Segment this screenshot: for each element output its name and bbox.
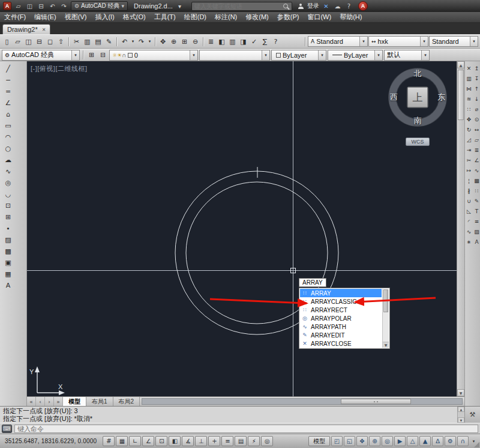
measure-tool-button[interactable]: ⌀ bbox=[473, 104, 480, 114]
edit-attribute-button[interactable]: ✎ bbox=[473, 196, 480, 206]
menu-edit[interactable]: 编辑(E) bbox=[30, 13, 61, 22]
document-tab[interactable]: Drawing2* ✕ bbox=[2, 24, 50, 34]
circle-tool-button[interactable]: ○ bbox=[2, 143, 14, 154]
layer-color-chip[interactable] bbox=[128, 53, 133, 58]
scroll-down-icon[interactable]: ▼ bbox=[383, 342, 389, 348]
layer-freeze-icon[interactable]: ☀ bbox=[117, 52, 122, 58]
zoom-previous-button[interactable]: ⊖ bbox=[190, 36, 200, 47]
table-tool-button[interactable]: ▦ bbox=[2, 268, 14, 280]
compass-north[interactable]: 北 bbox=[414, 68, 422, 79]
suggestion-scrollbar[interactable]: ▼ bbox=[382, 289, 389, 348]
point-tool-button[interactable]: ∙ bbox=[2, 223, 14, 234]
compass-east[interactable]: 东 bbox=[437, 92, 445, 103]
wcs-badge[interactable]: WCS bbox=[406, 138, 430, 146]
search-icon[interactable] bbox=[283, 4, 288, 8]
cut-button[interactable]: ✂ bbox=[71, 36, 82, 47]
layer-properties-button[interactable]: ⊞ bbox=[86, 50, 97, 61]
draw-order-button[interactable]: ≡ bbox=[473, 216, 480, 226]
polar-toggle[interactable]: ∠ bbox=[142, 436, 154, 446]
quick-save-button[interactable]: ◫ bbox=[25, 2, 34, 11]
sheet-set-button[interactable]: ◨ bbox=[238, 36, 248, 47]
menu-modify[interactable]: 修改(M) bbox=[241, 13, 273, 22]
redo-dropdown[interactable]: ▾ bbox=[147, 36, 152, 47]
close-tab-icon[interactable]: ✕ bbox=[42, 27, 46, 32]
quickcalc-button[interactable]: ∑ bbox=[260, 36, 270, 47]
canvas-vertical-scrollbar[interactable]: ▲ ▼ bbox=[457, 61, 464, 396]
chevron-down-icon[interactable]: ▾ bbox=[262, 50, 269, 60]
app-icon[interactable]: A bbox=[3, 2, 11, 10]
suggestion-item-arrayclose[interactable]: ✕ARRAYCLOSE bbox=[300, 339, 382, 348]
chevron-down-icon[interactable]: ▾ bbox=[421, 50, 429, 60]
quick-view-drawings-button[interactable]: ◱ bbox=[344, 436, 355, 446]
move-tool-button[interactable]: ✥ bbox=[465, 114, 473, 124]
polygon-tool-button[interactable]: ⌂ bbox=[2, 109, 14, 120]
steering-wheel-button[interactable]: ◎ bbox=[382, 436, 393, 446]
scroll-down-icon[interactable]: ▼ bbox=[458, 417, 464, 423]
layer-on-icon[interactable]: ☼ bbox=[112, 52, 117, 58]
workspace-combo[interactable]: ⚙ AutoCAD 经典 ▾ bbox=[2, 50, 80, 61]
open-button[interactable]: ▱ bbox=[13, 36, 23, 47]
redo-button[interactable]: ↷ bbox=[136, 36, 146, 47]
fillet-tool-button[interactable]: ◜ bbox=[465, 216, 473, 226]
suggestion-item-arraypolar[interactable]: ◎ARRAYPOLAR bbox=[300, 314, 382, 322]
model-space-button[interactable]: 模型 bbox=[308, 436, 330, 446]
exchange-icon[interactable]: ✕ bbox=[322, 2, 331, 11]
chevron-down-icon[interactable]: ▾ bbox=[190, 50, 197, 60]
area-tool-button[interactable]: ▱ bbox=[473, 135, 480, 145]
toolbar-lock-button[interactable]: ∩ bbox=[457, 436, 469, 446]
spline-tool-button[interactable]: ∿ bbox=[2, 166, 14, 177]
scroll-up-icon[interactable]: ▲ bbox=[458, 407, 464, 412]
scroll-down-icon[interactable]: ▼ bbox=[457, 389, 464, 396]
region-tool-button[interactable]: ▣ bbox=[2, 257, 14, 268]
publish-button[interactable]: ⇧ bbox=[56, 36, 66, 47]
command-history-scrollbar[interactable]: ▲ ▼ bbox=[457, 407, 464, 423]
drawing-canvas[interactable]: Y X [-][俯视][二维线框] 北 南 西 东 上 bbox=[27, 61, 457, 396]
lineweight-toggle[interactable]: ≡ bbox=[221, 436, 233, 446]
break-tool-button[interactable]: ∦ bbox=[465, 186, 473, 196]
new-button[interactable]: ▯ bbox=[2, 36, 12, 47]
command-history-lines[interactable]: 指定下一点或 [放弃(U)]: 3 指定下一点或 [放弃(U)]: *取消* bbox=[0, 407, 457, 423]
send-to-back-button[interactable]: ↧ bbox=[473, 73, 480, 83]
quick-view-layouts-button[interactable]: ◰ bbox=[331, 436, 343, 446]
dim-style-combo[interactable]: ↔ hxk ▾ bbox=[368, 36, 428, 47]
bring-above-button[interactable]: ↑ bbox=[473, 83, 480, 94]
osnap-toggle[interactable]: ⊡ bbox=[155, 436, 167, 446]
dyn-toggle[interactable]: + bbox=[208, 436, 220, 446]
sign-in-button[interactable]: 登录 bbox=[307, 2, 319, 10]
view-compass[interactable]: 北 南 西 东 上 bbox=[389, 68, 446, 126]
suggestion-scroll-thumb[interactable] bbox=[383, 289, 388, 312]
zoom-realtime-button[interactable]: ⊕ bbox=[169, 36, 179, 47]
extend-tool-button[interactable]: ↦ bbox=[465, 165, 473, 175]
rectangle-tool-button[interactable]: ▭ bbox=[2, 120, 14, 132]
showmotion-button[interactable]: ▶ bbox=[394, 436, 406, 446]
quick-open-button[interactable]: ▱ bbox=[14, 2, 23, 11]
layer-states-button[interactable]: ⊟ bbox=[98, 50, 108, 61]
tool-palettes-button[interactable]: ▥ bbox=[227, 36, 238, 47]
command-line-options-button[interactable]: ⚒ bbox=[464, 407, 480, 423]
line-tool-button[interactable]: ╱ bbox=[2, 63, 14, 74]
save-button[interactable]: ◫ bbox=[23, 36, 34, 47]
help-search[interactable] bbox=[191, 2, 292, 11]
zoom-button[interactable]: ⊕ bbox=[369, 436, 380, 446]
copy-tool-button[interactable]: ▥ bbox=[465, 73, 473, 83]
workspace-switch-button[interactable]: ⚙ bbox=[445, 436, 456, 446]
edit-hatch-button[interactable]: ▩ bbox=[473, 175, 480, 186]
menu-help[interactable]: 帮助(H) bbox=[335, 13, 366, 22]
suggestion-item-array[interactable]: ∷ARRAY bbox=[300, 289, 382, 297]
properties-button[interactable]: ≣ bbox=[206, 36, 216, 47]
compass-south[interactable]: 南 bbox=[414, 115, 422, 126]
zoom-window-button[interactable]: ⊞ bbox=[179, 36, 190, 47]
layer-lock-icon[interactable]: ∩ bbox=[122, 52, 126, 58]
chevron-down-icon[interactable]: ▾ bbox=[374, 50, 382, 60]
edit-polyline-button[interactable]: ∠ bbox=[473, 155, 480, 165]
match-properties-button[interactable]: ✎ bbox=[104, 36, 114, 47]
menu-parametric[interactable]: 参数(P) bbox=[273, 13, 304, 22]
edit-array-button[interactable]: ∷ bbox=[473, 186, 480, 196]
offset-tool-button[interactable]: ≋ bbox=[465, 94, 473, 104]
undo-button[interactable]: ↶ bbox=[119, 36, 130, 47]
text-style-combo[interactable]: A Standard ▾ bbox=[308, 36, 368, 47]
suggestion-item-arrayclassic[interactable]: ∷ARRAYCLASSIC bbox=[300, 297, 382, 306]
suggestion-item-arraypath[interactable]: ∿ARRAYPATH bbox=[300, 322, 382, 331]
annotation-scale-button[interactable]: ∆ bbox=[432, 436, 443, 446]
copy-button[interactable]: ▥ bbox=[82, 36, 92, 47]
